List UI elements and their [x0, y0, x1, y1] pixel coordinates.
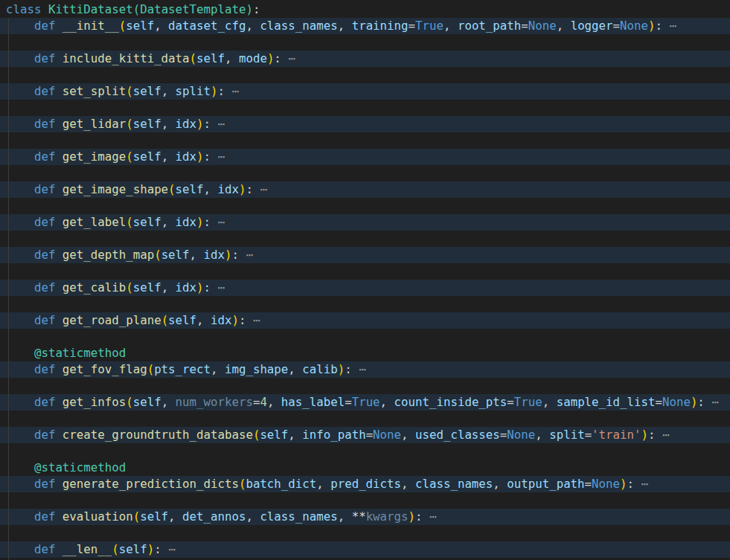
code-token-keyword: None [620, 19, 648, 33]
code-token-bracket: ) [239, 182, 246, 196]
code-line[interactable]: def create_groundtruth_database(self, in… [0, 427, 730, 443]
code-line-blank[interactable] [0, 100, 730, 116]
code-line-blank[interactable] [0, 329, 730, 345]
code-line[interactable]: def set_split(self, split): ⋯ [0, 83, 730, 100]
code-line[interactable]: class KittiDataset(DatasetTemplate): [0, 1, 730, 18]
code-token-bracket: ( [147, 362, 154, 376]
code-token-text: , [338, 19, 352, 33]
code-token-function: get_image_shape [63, 182, 168, 196]
code-token-bracket: ) [196, 280, 203, 295]
code-token-bracket: ( [126, 84, 132, 98]
code-token-text: : [415, 509, 429, 524]
code-token-variable: idx [176, 117, 196, 131]
code-token-text: , [444, 19, 458, 33]
code-line[interactable]: def evaluation(self, det_annos, class_na… [0, 509, 730, 525]
code-token-function: evaluation [63, 509, 133, 524]
code-token-function: get_infos [63, 395, 126, 409]
folded-code-indicator[interactable]: ⋯ [359, 362, 365, 376]
code-line[interactable]: @staticmethod [0, 460, 730, 476]
code-line-blank[interactable] [0, 132, 730, 149]
code-token-variable: used_classes [415, 428, 500, 442]
code-line[interactable]: def include_kitti_data(self, mode): ⋯ [0, 51, 730, 67]
code-token-variable: self [140, 509, 168, 524]
folded-code-indicator[interactable]: ⋯ [641, 477, 647, 491]
code-token-bracket: ) [409, 509, 415, 524]
code-line-blank[interactable] [0, 525, 730, 541]
code-token-text: : [648, 428, 662, 442]
code-token-variable: batch_dict [246, 477, 316, 491]
code-line-blank[interactable] [0, 263, 730, 280]
folded-code-indicator[interactable]: ⋯ [218, 215, 225, 229]
code-token-variable: idx [176, 149, 196, 164]
code-line-blank[interactable] [0, 378, 730, 394]
code-line-blank[interactable] [0, 443, 730, 460]
code-token-bracket: ( [126, 117, 132, 131]
code-line[interactable]: def get_depth_map(self, idx): ⋯ [0, 247, 730, 263]
code-token-number: 4 [260, 395, 266, 409]
folded-code-indicator[interactable]: ⋯ [246, 248, 252, 262]
code-token-variable: img_shape [225, 362, 288, 376]
code-line[interactable]: def get_lidar(self, idx): ⋯ [0, 116, 730, 132]
folded-code-indicator[interactable]: ⋯ [168, 542, 175, 556]
code-token-variable: idx [176, 280, 196, 295]
code-token-variable: self [196, 51, 225, 65]
code-token-keyword: True [352, 395, 380, 409]
folded-code-indicator[interactable]: ⋯ [218, 149, 225, 164]
code-token-text: : [239, 313, 253, 327]
code-line[interactable]: def get_image_shape(self, idx): ⋯ [0, 181, 730, 198]
folded-code-indicator[interactable]: ⋯ [429, 509, 436, 524]
code-line-blank[interactable] [0, 492, 730, 509]
code-line[interactable]: def get_fov_flag(pts_rect, img_shape, ca… [0, 361, 730, 378]
code-token-variable: mode [239, 51, 267, 65]
code-line[interactable]: def generate_prediction_dicts(batch_dict… [0, 476, 730, 492]
code-token-variable: idx [176, 215, 196, 229]
code-token-variable: self [126, 19, 154, 33]
code-token-variable: self [133, 149, 161, 164]
folded-code-indicator[interactable]: ⋯ [231, 84, 238, 98]
code-line-blank[interactable] [0, 34, 730, 51]
code-token-function: get_lidar [63, 117, 126, 131]
code-line-blank[interactable] [0, 165, 730, 181]
code-token-keyword: def [6, 215, 63, 229]
code-token-keyword: None [528, 19, 557, 33]
code-token-text: , [380, 395, 394, 409]
code-token-text: = [409, 19, 415, 33]
code-token-text: , [161, 149, 176, 164]
folded-code-indicator[interactable]: ⋯ [711, 395, 718, 409]
folded-code-indicator[interactable]: ⋯ [288, 51, 295, 65]
code-token-text: , [246, 19, 260, 33]
code-line[interactable]: def get_calib(self, idx): ⋯ [0, 280, 730, 296]
code-line-blank[interactable] [0, 198, 730, 214]
code-token-text: , [161, 215, 176, 229]
folded-code-indicator[interactable]: ⋯ [260, 182, 266, 196]
code-token-variable: logger [571, 19, 613, 33]
folded-code-indicator[interactable]: ⋯ [669, 19, 676, 33]
code-token-text: : [655, 19, 669, 33]
code-token-bracket: ) [691, 395, 697, 409]
code-token-text: : [154, 542, 168, 556]
code-line-blank[interactable] [0, 296, 730, 312]
code-token-keyword: True [415, 19, 444, 33]
code-line[interactable]: def get_infos(self, num_workers=4, has_l… [0, 394, 730, 411]
code-token-variable: self [133, 84, 161, 98]
code-line-blank[interactable] [0, 67, 730, 83]
code-token-function: generate_prediction_dicts [63, 477, 239, 491]
folded-code-indicator[interactable]: ⋯ [218, 117, 225, 131]
folded-code-indicator[interactable]: ⋯ [218, 280, 225, 295]
code-line[interactable]: def get_road_plane(self, idx): ⋯ [0, 312, 730, 329]
code-line[interactable]: def get_image(self, idx): ⋯ [0, 149, 730, 165]
code-token-variable: self [133, 215, 161, 229]
code-line[interactable]: @staticmethod [0, 345, 730, 361]
code-token-keyword: None [373, 428, 401, 442]
code-token-text: , [493, 477, 507, 491]
code-line[interactable]: def __init__(self, dataset_cfg, class_na… [0, 18, 730, 34]
folded-code-indicator[interactable]: ⋯ [253, 313, 260, 327]
code-token-type: @staticmethod [6, 346, 126, 360]
code-token-text: , [316, 477, 330, 491]
folded-code-indicator[interactable]: ⋯ [662, 428, 669, 442]
code-token-text: , [557, 19, 571, 33]
code-line-blank[interactable] [0, 411, 730, 427]
code-line[interactable]: def __len__(self): ⋯ [0, 541, 730, 558]
code-line-blank[interactable] [0, 231, 730, 247]
code-line[interactable]: def get_label(self, idx): ⋯ [0, 214, 730, 231]
